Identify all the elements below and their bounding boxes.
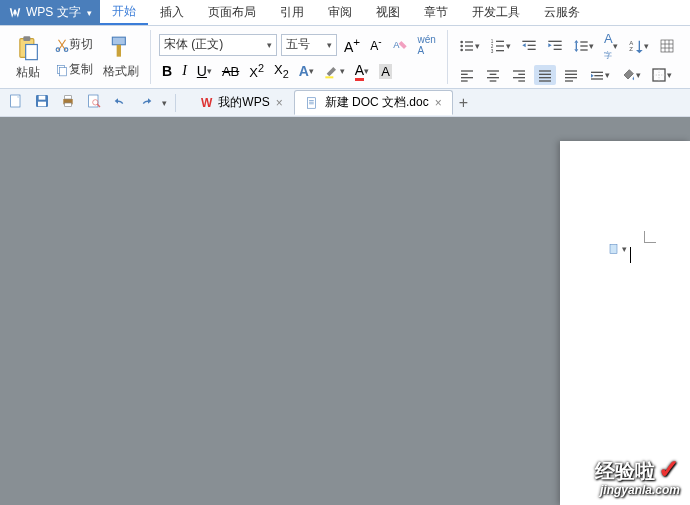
italic-icon: I — [182, 63, 187, 79]
wps-logo-icon — [8, 6, 22, 20]
highlight-icon — [324, 63, 340, 79]
document-page[interactable]: ▾ — [560, 141, 690, 505]
menu-start[interactable]: 开始 — [100, 0, 148, 25]
align-center-button[interactable] — [482, 65, 504, 85]
app-badge[interactable]: WPS 文字 ▾ — [0, 0, 100, 25]
grow-font-button[interactable]: A+ — [341, 33, 363, 57]
borders-button[interactable]: ▾ — [648, 65, 675, 85]
bold-button[interactable]: B — [159, 61, 175, 81]
copy-button[interactable]: 复制 — [52, 59, 96, 80]
close-icon[interactable]: × — [276, 96, 283, 110]
cut-button[interactable]: 剪切 — [52, 34, 96, 55]
chevron-down-icon: ▾ — [87, 8, 92, 18]
svg-rect-22 — [496, 50, 504, 51]
text-effects-button[interactable]: A▾ — [296, 61, 317, 81]
undo-button[interactable] — [110, 91, 130, 114]
font-size-select[interactable]: 五号 ▾ — [281, 34, 337, 56]
bold-icon: B — [162, 63, 172, 79]
phonetic-icon: wénA — [418, 34, 436, 56]
copy-label: 复制 — [69, 61, 93, 78]
doc-icon — [305, 96, 319, 110]
justify-button[interactable] — [534, 65, 556, 85]
shrink-font-button[interactable]: A- — [367, 34, 384, 55]
menu-view[interactable]: 视图 — [364, 0, 412, 25]
svg-rect-14 — [465, 45, 473, 46]
superscript-button[interactable]: X2 — [246, 60, 267, 82]
align-left-button[interactable] — [456, 65, 478, 85]
bucket-icon — [620, 67, 636, 83]
font-color-button[interactable]: A▾ — [352, 60, 372, 83]
svg-rect-44 — [487, 70, 499, 71]
svg-rect-51 — [518, 80, 525, 81]
subscript-button[interactable]: X2 — [271, 60, 292, 82]
char-shading-button[interactable]: A — [376, 62, 395, 81]
tab-my-wps[interactable]: W 我的WPS × — [190, 90, 294, 115]
close-icon[interactable]: × — [435, 96, 442, 110]
text-direction-button[interactable]: A字▾ — [601, 29, 621, 63]
svg-rect-55 — [539, 80, 551, 81]
save-button[interactable] — [32, 91, 52, 114]
clipboard-group: 粘贴 剪切 复制 格式刷 — [4, 28, 146, 87]
page-icon — [608, 243, 620, 255]
svg-text:A: A — [393, 39, 400, 49]
line-spacing-button[interactable]: ▾ — [570, 36, 597, 56]
new-button[interactable] — [6, 91, 26, 114]
chevron-down-icon: ▾ — [613, 41, 618, 51]
bullets-button[interactable]: ▾ — [456, 36, 483, 56]
chevron-down-icon: ▾ — [644, 41, 649, 51]
add-tab-button[interactable]: + — [453, 92, 474, 114]
borders-icon — [651, 67, 667, 83]
svg-rect-80 — [610, 245, 617, 254]
text-cursor — [630, 247, 631, 263]
redo-button[interactable] — [136, 91, 156, 114]
underline-button[interactable]: U▾ — [194, 61, 215, 81]
menu-cloud[interactable]: 云服务 — [532, 0, 592, 25]
section-marker[interactable]: ▾ — [608, 243, 627, 255]
menu-dev-tools[interactable]: 开发工具 — [460, 0, 532, 25]
align-right-button[interactable] — [508, 65, 530, 85]
menu-page-layout[interactable]: 页面布局 — [196, 0, 268, 25]
line-spacing-icon — [573, 38, 589, 54]
font-group: 宋体 (正文) ▾ 五号 ▾ A+ A- A wénA B I U▾ AB X2… — [155, 30, 443, 85]
justify-icon — [537, 67, 553, 83]
svg-rect-26 — [548, 41, 561, 42]
tab-document[interactable]: 新建 DOC 文档.doc × — [294, 90, 453, 115]
shading-button[interactable]: ▾ — [617, 65, 644, 85]
tab-settings-button[interactable]: ▾ — [586, 65, 613, 85]
decrease-indent-button[interactable] — [518, 36, 540, 56]
sort-button[interactable]: AZ▾ — [625, 36, 652, 56]
paste-button[interactable]: 粘贴 — [8, 30, 48, 85]
menu-review[interactable]: 审阅 — [316, 0, 364, 25]
chevron-down-icon: ▾ — [605, 70, 610, 80]
tab-icon — [589, 67, 605, 83]
strikethrough-button[interactable]: AB — [219, 62, 242, 81]
print-button[interactable] — [58, 91, 78, 114]
svg-rect-25 — [528, 49, 536, 50]
menu-bar: 开始 插入 页面布局 引用 审阅 视图 章节 开发工具 云服务 — [100, 0, 690, 25]
svg-rect-53 — [539, 74, 551, 75]
svg-rect-32 — [580, 49, 587, 50]
clear-format-button[interactable]: A — [389, 35, 411, 55]
svg-rect-10 — [325, 76, 333, 78]
show-marks-button[interactable] — [656, 36, 678, 56]
menu-insert[interactable]: 插入 — [148, 0, 196, 25]
svg-point-3 — [56, 47, 60, 51]
distribute-button[interactable] — [560, 65, 582, 85]
italic-button[interactable]: I — [179, 61, 190, 81]
svg-rect-54 — [539, 77, 551, 78]
ribbon: 粘贴 剪切 复制 格式刷 宋体 (正文) ▾ — [0, 25, 690, 89]
print-preview-button[interactable] — [84, 91, 104, 114]
svg-rect-45 — [490, 74, 497, 75]
workspace: ▾ 经验啦 ✓ jingyanla.com — [0, 117, 690, 505]
highlight-button[interactable]: ▾ — [321, 61, 348, 81]
increase-indent-button[interactable] — [544, 36, 566, 56]
format-painter-button[interactable]: 格式刷 — [100, 33, 142, 82]
font-name-select[interactable]: 宋体 (正文) ▾ — [159, 34, 277, 56]
numbering-button[interactable]: 123▾ — [487, 36, 514, 56]
font-color-icon: A — [355, 62, 364, 81]
svg-rect-20 — [496, 45, 504, 46]
menu-section[interactable]: 章节 — [412, 0, 460, 25]
phonetic-guide-button[interactable]: wénA — [415, 32, 439, 58]
quick-access-dropdown[interactable]: ▾ — [162, 98, 167, 108]
menu-references[interactable]: 引用 — [268, 0, 316, 25]
